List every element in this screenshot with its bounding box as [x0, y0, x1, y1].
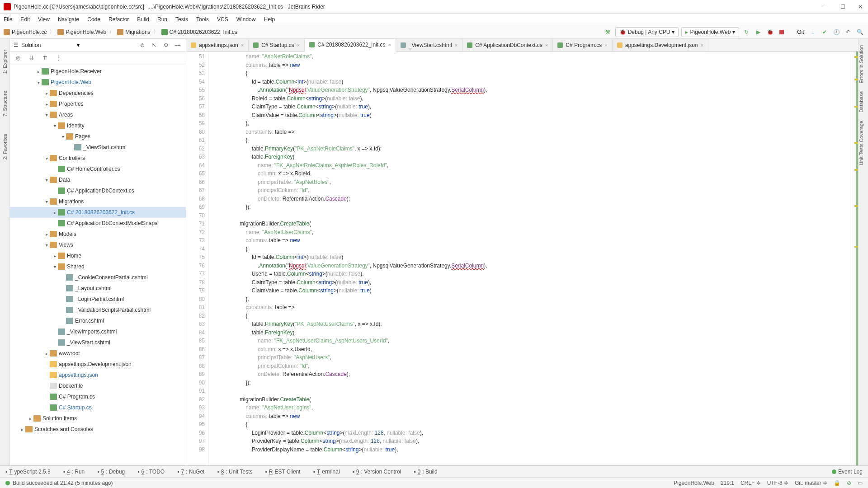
tree-arrow-icon[interactable]: ▸ [27, 416, 33, 421]
tree-arrow-icon[interactable]: ▾ [43, 199, 50, 204]
bottom-tab[interactable]: ▪ Terminal [313, 469, 340, 475]
side-tab[interactable]: 1: Explorer [2, 48, 8, 75]
tree-item[interactable]: ▾Data [10, 174, 186, 185]
vcs-update-icon[interactable]: ↓ [808, 28, 817, 37]
chevron-down-icon[interactable]: ▾ [77, 42, 80, 48]
close-button[interactable]: ✕ [856, 4, 864, 10]
bottom-tab[interactable]: ▪ 0: Build [414, 469, 437, 475]
menu-file[interactable]: File [4, 16, 12, 23]
tree-item[interactable]: _Layout.cshtml [10, 283, 186, 294]
editor-tab[interactable]: appsettings.Development.json× [613, 39, 708, 51]
status-caret-pos[interactable]: 219:1 [721, 480, 734, 486]
maximize-button[interactable]: ☐ [839, 4, 847, 10]
tree-item[interactable]: ▾Identity [10, 120, 186, 131]
sync-icon[interactable]: ⊚ [138, 41, 147, 50]
tree-item[interactable]: ▸Scratches and Consoles [10, 424, 186, 435]
bottom-tab[interactable]: ▪ 9: Version Control [353, 469, 401, 475]
tree-arrow-icon[interactable]: ▾ [35, 80, 42, 85]
tree-item[interactable]: ▾Shared [10, 261, 186, 272]
side-tab[interactable]: Errors in Solution [859, 43, 864, 85]
code-editor[interactable]: 5152535455565758596061626364656667686970… [186, 52, 858, 465]
bottom-tab[interactable]: ▪ 4: Run [63, 469, 85, 475]
close-icon[interactable]: × [455, 42, 458, 48]
tree-arrow-icon[interactable]: ▸ [43, 91, 50, 96]
tree-arrow-icon[interactable]: ▸ [52, 253, 58, 258]
status-encoding[interactable]: UTF-8 ≑ [767, 480, 788, 486]
tree-item[interactable]: ▸Dependencies [10, 88, 186, 99]
play-button[interactable]: ▶ [754, 28, 763, 37]
tree-item[interactable]: _ViewStart.cshtml [10, 337, 186, 348]
tree-item[interactable]: ▾Views [10, 239, 186, 250]
tree-item[interactable]: ▾Migrations [10, 196, 186, 207]
minimize-button[interactable]: — [821, 4, 830, 10]
collapse-icon[interactable]: ⇱ [150, 41, 159, 50]
tree-arrow-icon[interactable]: ▾ [52, 264, 58, 269]
status-branch[interactable]: Git: master ≑ [795, 480, 827, 486]
hide-icon[interactable]: — [173, 41, 182, 50]
fold-column[interactable] [209, 52, 219, 465]
build-config-select[interactable]: 🐞 Debug | Any CPU ▾ [615, 27, 679, 37]
tree-item[interactable]: C# Program.cs [10, 391, 186, 402]
tree-arrow-icon[interactable]: ▾ [60, 134, 66, 139]
tree-arrow-icon[interactable]: ▸ [43, 232, 50, 237]
side-tab[interactable]: 7: Structure [2, 89, 8, 118]
menu-window[interactable]: Window [236, 16, 256, 23]
tree-item[interactable]: Error.cshtml [10, 315, 186, 326]
tree-item[interactable]: ▾Areas [10, 109, 186, 120]
breadcrumb-item[interactable]: PigeonHole.Web [57, 29, 106, 35]
menu-refactor[interactable]: Refactor [108, 16, 129, 23]
close-icon[interactable]: × [701, 42, 703, 48]
tree-arrow-icon[interactable]: ▸ [19, 427, 25, 432]
side-tab[interactable]: 2: Favorites [2, 132, 8, 161]
tree-item[interactable]: _LoginPartial.cshtml [10, 294, 186, 305]
menu-tests[interactable]: Tests [175, 16, 188, 23]
tree-item[interactable]: ▾Pages [10, 131, 186, 142]
tree-arrow-icon[interactable]: ▾ [52, 123, 58, 128]
tree-item[interactable]: appsettings.Development.json [10, 359, 186, 370]
close-icon[interactable]: × [545, 42, 548, 48]
tree-arrow-icon[interactable]: ▸ [43, 102, 50, 107]
breadcrumb-item[interactable]: Migrations [117, 29, 150, 35]
tree-item[interactable]: ▾PigeonHole.Web [10, 77, 186, 88]
lock-icon[interactable]: 🔒 [834, 480, 840, 486]
event-log-tab[interactable]: Event Log [832, 469, 863, 475]
tree-item[interactable]: ▾Controllers [10, 153, 186, 164]
editor-tab[interactable]: C# Program.cs× [553, 39, 612, 51]
solution-tree[interactable]: ▸PigeonHole.Receiver▾PigeonHole.Web▸Depe… [10, 64, 186, 465]
gear-icon[interactable]: ⚙ [161, 41, 170, 50]
tree-item[interactable]: ▸Solution Items [10, 413, 186, 424]
tree-arrow-icon[interactable]: ▸ [52, 210, 58, 215]
collapse-all-icon[interactable]: ⇈ [41, 53, 50, 62]
run-target-select[interactable]: ▸ PigeonHole.Web ▾ [681, 27, 739, 37]
tree-item[interactable]: _ValidationScriptsPartial.cshtml [10, 305, 186, 315]
tree-arrow-icon[interactable]: ▾ [43, 243, 50, 248]
bottom-tab[interactable]: ▪ 8: Unit Tests [217, 469, 252, 475]
inspect-ok-icon[interactable]: ⊘ [847, 480, 851, 486]
close-icon[interactable]: × [604, 42, 607, 48]
run-button[interactable]: ↻ [742, 28, 751, 37]
tree-item[interactable]: ▸Properties [10, 99, 186, 109]
tree-item[interactable]: ▸C# 20180826203622_Init.cs [10, 207, 186, 218]
tree-item[interactable]: C# HomeController.cs [10, 164, 186, 174]
bottom-tab[interactable]: ▪ REST Client [265, 469, 301, 475]
locate-icon[interactable]: ◎ [14, 53, 23, 62]
menu-help[interactable]: Help [264, 16, 275, 23]
menu-navigate[interactable]: Navigate [58, 16, 79, 23]
tree-item[interactable]: C# Startup.cs [10, 402, 186, 413]
menu-edit[interactable]: Edit [20, 16, 30, 23]
close-icon[interactable]: × [241, 42, 244, 48]
tree-item[interactable]: ▸Models [10, 229, 186, 239]
editor-tab[interactable]: C# Startup.cs× [249, 39, 305, 51]
panel-menu-icon[interactable]: ☰ [14, 42, 19, 48]
bottom-tab[interactable]: ▪ TypeScript 2.5.3 [5, 469, 51, 475]
side-tab[interactable]: Unit Tests Coverage [859, 119, 864, 167]
show-all-icon[interactable]: ⋮ [54, 53, 63, 62]
tree-item[interactable]: C# ApplicationDbContextModelSnaps [10, 218, 186, 229]
menu-code[interactable]: Code [87, 16, 100, 23]
bottom-tab[interactable]: ▪ 6: TODO [137, 469, 165, 475]
menu-build[interactable]: Build [137, 16, 149, 23]
tree-arrow-icon[interactable]: ▸ [43, 351, 50, 356]
stop-button[interactable] [777, 28, 786, 37]
tree-arrow-icon[interactable]: ▾ [43, 178, 50, 183]
editor-tab[interactable]: appsettings.json× [186, 39, 249, 51]
